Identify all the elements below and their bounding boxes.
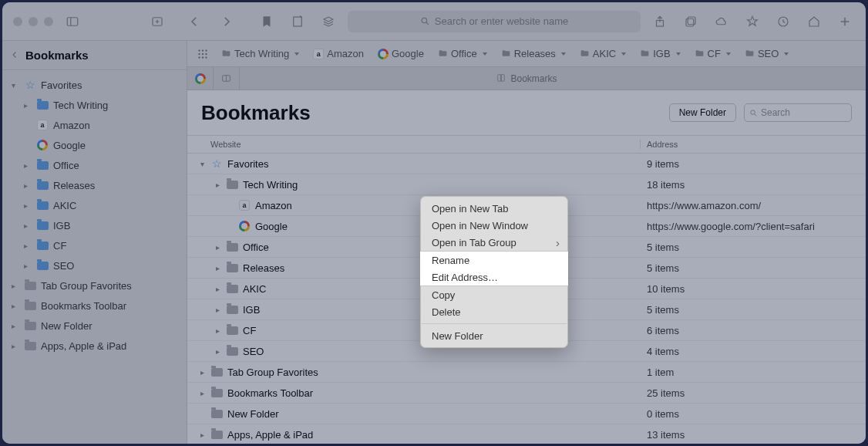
favbar-item[interactable]: Releases xyxy=(501,48,566,59)
favbar-item[interactable]: IGB xyxy=(640,48,680,59)
history-icon[interactable] xyxy=(773,12,793,32)
search-input[interactable]: Search xyxy=(744,103,852,122)
amz-icon: a xyxy=(238,199,251,211)
sidebar-item[interactable]: ▸Apps, Apple & iPad xyxy=(2,336,187,356)
ctx-new-folder[interactable]: New Folder xyxy=(421,327,567,344)
forward-button[interactable] xyxy=(217,12,237,32)
disclosure-icon[interactable]: ▸ xyxy=(198,431,206,439)
table-row[interactable]: ▸Tab Group Favorites1 item xyxy=(187,362,866,383)
disclosure-icon[interactable]: ▸ xyxy=(214,347,221,356)
folder-gray-icon xyxy=(24,299,36,312)
favbar-item[interactable]: Tech Writing xyxy=(221,48,299,59)
apps-grid-icon[interactable] xyxy=(195,44,210,64)
sidebar-toggle-icon[interactable] xyxy=(62,12,82,32)
ctx-rename[interactable]: Rename xyxy=(420,252,568,269)
tab-google-icon[interactable] xyxy=(187,67,214,90)
disclosure-icon[interactable]: ▸ xyxy=(198,368,206,377)
disclosure-icon[interactable]: ▸ xyxy=(214,326,221,335)
table-row[interactable]: ▸Apps, Apple & iPad13 items xyxy=(187,424,866,444)
sidebar-back-icon[interactable] xyxy=(10,49,19,62)
svg-line-26 xyxy=(755,113,756,115)
sidebar-item[interactable]: ▸Tech Writing xyxy=(2,95,187,115)
tabs-icon[interactable] xyxy=(681,12,701,32)
ctx-delete[interactable]: Delete xyxy=(421,303,567,320)
folder-icon xyxy=(36,159,49,171)
ctx-copy[interactable]: Copy xyxy=(421,286,567,303)
disclosure-icon[interactable]: ▸ xyxy=(214,181,221,189)
address-bar[interactable]: Search or enter website name xyxy=(348,11,641,32)
stack-icon[interactable] xyxy=(318,12,338,32)
bookmark-icon[interactable] xyxy=(257,12,277,32)
sidebar-item[interactable]: ▸SEO xyxy=(2,255,187,275)
row-address: 4 items xyxy=(647,346,679,357)
plus-icon[interactable] xyxy=(835,12,855,32)
col-address[interactable]: Address xyxy=(641,140,866,149)
sidebar-item[interactable]: ▸New Folder xyxy=(2,316,187,336)
sidebar-item[interactable]: aAmazon xyxy=(2,115,187,135)
cloud-icon[interactable] xyxy=(712,12,732,32)
disclosure-icon[interactable]: ▸ xyxy=(214,243,221,252)
disclosure-icon[interactable]: ▸ xyxy=(214,285,221,293)
reading-list-icon[interactable] xyxy=(288,12,308,32)
home-icon[interactable] xyxy=(804,12,824,32)
table-row[interactable]: ▸Bookmarks Toolbar25 items xyxy=(187,383,866,404)
sidebar-item[interactable]: ▸Bookmarks Toolbar xyxy=(2,296,187,316)
sidebar-item-label: Tab Group Favorites xyxy=(41,280,132,292)
favbar-item-label: Amazon xyxy=(327,48,364,59)
svg-point-6 xyxy=(422,18,427,23)
disclosure-icon[interactable]: ▸ xyxy=(198,389,206,397)
disclosure-icon[interactable]: ▸ xyxy=(24,221,32,230)
table-row[interactable]: ▾☆Favorites9 items xyxy=(187,154,866,174)
ctx-open-new-window[interactable]: Open in New Window xyxy=(421,217,567,234)
disclosure-icon[interactable]: ▸ xyxy=(24,161,32,170)
traffic-lights[interactable] xyxy=(13,17,53,26)
favorites-star-icon[interactable] xyxy=(742,12,762,32)
disclosure-icon[interactable]: ▸ xyxy=(214,306,221,314)
favbar-item[interactable]: Google xyxy=(378,48,424,59)
new-folder-button[interactable]: New Folder xyxy=(669,103,736,122)
favbar-item-label: Tech Writing xyxy=(234,48,289,59)
sidebar-item[interactable]: ▸Tab Group Favorites xyxy=(2,275,187,296)
ctx-open-tab-group[interactable]: Open in Tab Group xyxy=(421,234,567,251)
disclosure-icon[interactable]: ▸ xyxy=(24,201,32,210)
table-row[interactable]: ▸Tech Writing18 items xyxy=(187,174,866,195)
new-tab-icon[interactable] xyxy=(147,12,167,32)
disclosure-icon[interactable]: ▸ xyxy=(12,302,19,310)
sidebar-item[interactable]: ▸Office xyxy=(2,155,187,175)
tab-split-icon[interactable] xyxy=(214,67,240,90)
share-icon[interactable] xyxy=(650,12,670,32)
sidebar-item[interactable]: ▾☆Favorites xyxy=(2,75,187,95)
svg-rect-10 xyxy=(688,17,695,25)
ctx-edit-address[interactable]: Edit Address… xyxy=(420,269,568,286)
favbar-item[interactable]: aAmazon xyxy=(313,48,364,59)
favbar-item[interactable]: AKIC xyxy=(580,48,626,59)
sidebar-item[interactable]: ▸AKIC xyxy=(2,195,187,215)
sidebar-item[interactable]: Google xyxy=(2,135,187,155)
disclosure-icon[interactable]: ▸ xyxy=(12,342,19,350)
favbar-item[interactable]: SEO xyxy=(745,48,789,59)
amz-icon: a xyxy=(36,119,49,131)
disclosure-icon[interactable]: ▸ xyxy=(214,264,221,272)
disclosure-icon[interactable]: ▸ xyxy=(12,322,19,330)
row-label: Office xyxy=(243,242,269,253)
disclosure-icon[interactable]: ▸ xyxy=(24,181,32,190)
row-label: New Folder xyxy=(227,408,278,420)
disclosure-icon[interactable]: ▾ xyxy=(12,81,19,90)
favbar-item[interactable]: Office xyxy=(438,48,487,59)
disclosure-icon[interactable]: ▸ xyxy=(24,101,32,110)
disclosure-icon[interactable]: ▸ xyxy=(24,262,32,270)
row-label: Tech Writing xyxy=(243,179,298,191)
col-website[interactable]: Website xyxy=(187,140,641,149)
sidebar-item[interactable]: ▸Releases xyxy=(2,175,187,195)
sidebar-item[interactable]: ▸CF xyxy=(2,235,187,255)
disclosure-icon[interactable]: ▾ xyxy=(198,160,206,168)
favbar-item[interactable]: CF xyxy=(695,48,731,59)
folder-icon xyxy=(36,99,49,111)
table-row[interactable]: New Folder0 items xyxy=(187,404,866,424)
sidebar-item[interactable]: ▸IGB xyxy=(2,215,187,235)
goog-icon xyxy=(238,220,251,232)
back-button[interactable] xyxy=(184,12,204,32)
ctx-open-new-tab[interactable]: Open in New Tab xyxy=(421,200,567,217)
disclosure-icon[interactable]: ▸ xyxy=(12,282,19,290)
disclosure-icon[interactable]: ▸ xyxy=(24,242,32,250)
